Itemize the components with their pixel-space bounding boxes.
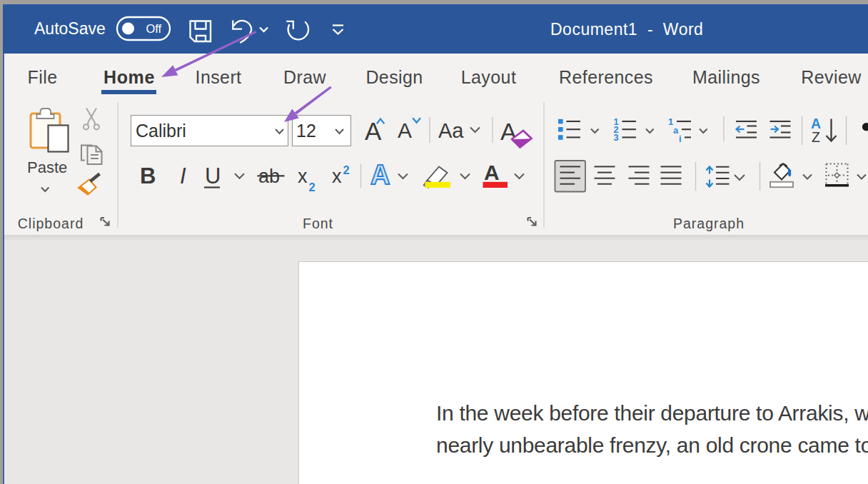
svg-text:Aa: Aa [438, 119, 464, 142]
svg-text:x: x [298, 166, 308, 187]
svg-text:3: 3 [613, 132, 618, 143]
svg-text:B: B [140, 163, 156, 188]
svg-text:U: U [205, 163, 221, 188]
svg-text:2: 2 [343, 163, 350, 176]
svg-text:2: 2 [309, 181, 316, 193]
svg-text:A: A [398, 119, 412, 142]
svg-text:a: a [673, 125, 679, 136]
svg-text:x: x [332, 166, 342, 187]
svg-text:A: A [484, 161, 500, 184]
svg-text:I: I [180, 163, 186, 188]
svg-text:Off: Off [146, 22, 162, 35]
svg-text:Z: Z [812, 129, 820, 145]
svg-text:i: i [679, 133, 682, 144]
svg-text:A: A [370, 160, 390, 190]
